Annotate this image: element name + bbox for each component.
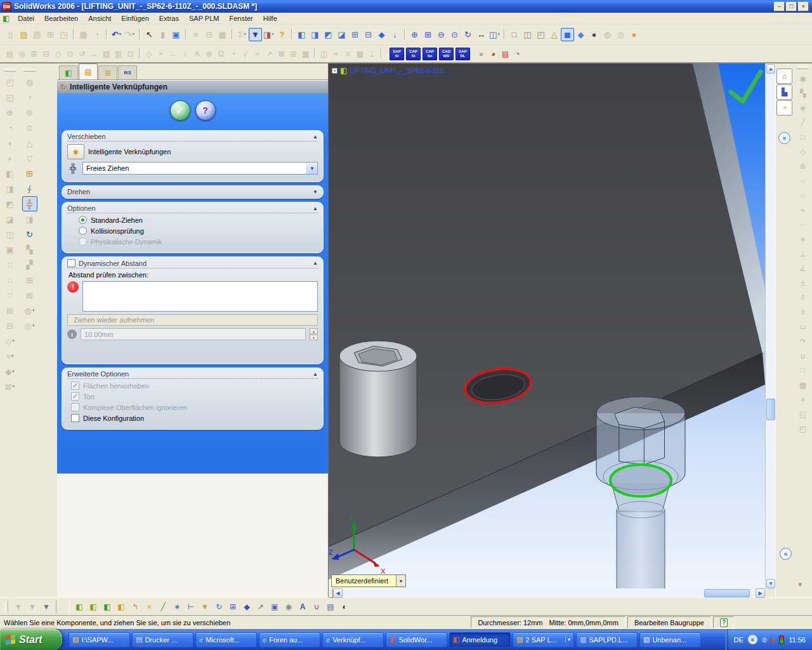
toolbar-icon[interactable]: ⊞ (3, 303, 18, 318)
exploded-view-icon[interactable]: ◍ (22, 74, 37, 90)
filter-clear-icon[interactable]: ▼ (25, 600, 39, 613)
make-assembly-icon[interactable]: ◳ (57, 28, 70, 41)
menu-item[interactable]: Einfügen (116, 14, 154, 23)
new-icon[interactable]: ▯ (4, 28, 17, 41)
toolbar-icon[interactable]: ◪ (3, 211, 18, 227)
taskbar-task-button[interactable]: e Verknüpf... (322, 632, 384, 647)
taskpane-reports-tab[interactable]: ▙ (776, 84, 792, 100)
selection-filter-icon[interactable]: ▼ (249, 28, 262, 41)
scroll-down-icon[interactable]: ▼ (766, 579, 775, 588)
tray-app-icon[interactable]: ◆ (770, 636, 775, 643)
taskbar-task-button[interactable]: ▨ I:\SAPW... (69, 632, 130, 647)
toolbar-icon[interactable]: ∴ (3, 272, 18, 288)
radio-button[interactable] (79, 227, 87, 235)
toolbar-icon[interactable]: ◰ (3, 74, 18, 90)
measure-icon[interactable]: Σ (235, 28, 249, 41)
scroll-up-icon[interactable]: ▲ (766, 64, 775, 74)
toolbar-icon[interactable]: ◎ (22, 318, 37, 333)
rotate-view-icon[interactable]: ↻ (461, 28, 475, 41)
toolbar-icon[interactable]: ◫ (3, 227, 18, 242)
toolbar-icon[interactable]: ∪ (796, 348, 811, 363)
distance-spinner[interactable]: ▲▼ (310, 328, 318, 340)
filter-icon[interactable]: A (296, 600, 310, 613)
smart-mates-button[interactable]: ∗ (67, 144, 84, 159)
toolbar-icon[interactable]: ∗ (796, 232, 811, 246)
menu-item[interactable]: Datei (13, 14, 39, 23)
close-button[interactable]: × (798, 2, 809, 11)
normal-to-icon[interactable]: ↓ (388, 28, 402, 41)
section-view-icon[interactable]: △ (547, 28, 561, 41)
toolbar-icon[interactable]: ≈ (330, 48, 342, 60)
toolbar-icon[interactable]: A (191, 48, 203, 60)
toolbar-icon[interactable]: ∷ (796, 363, 811, 378)
menu-item[interactable]: Fenster (224, 14, 258, 23)
toolbar-icon[interactable]: ◇ (796, 144, 811, 159)
rotate-component-icon[interactable]: ↻ (22, 227, 37, 242)
toolbar-icon[interactable]: ▦ (299, 48, 311, 60)
toolbar-icon[interactable]: ⊞ (28, 48, 40, 60)
shaded-with-edges-icon[interactable]: ◼ (561, 28, 574, 41)
toolbar-icon[interactable]: Ω (215, 48, 227, 60)
ok-button[interactable]: ✓ (170, 100, 190, 121)
filter-off-icon[interactable]: ▼ (11, 600, 25, 613)
menu-item[interactable]: Bearbeiten (39, 14, 83, 23)
graphics-viewport[interactable]: Y X Z + ◧ LIFTING_UNIT_-_SP62-6-110... B… (329, 63, 765, 598)
toolbar-icon[interactable] (314, 48, 315, 58)
menu-item[interactable]: Ansicht (83, 14, 116, 23)
radio-button[interactable] (79, 216, 87, 224)
filter-icon[interactable]: ▼ (198, 600, 212, 613)
toolbar-icon[interactable]: ◍ (22, 303, 37, 318)
chevron-down-icon[interactable]: ▼ (396, 575, 405, 587)
toolbar-icon[interactable]: ◉ (796, 71, 811, 86)
toolbar-icon[interactable]: ▧ (100, 48, 112, 60)
toolbar-icon[interactable]: ▦ (796, 378, 811, 392)
toolbar-icon[interactable] (381, 48, 382, 58)
grid-icon[interactable]: ⊟ (202, 28, 216, 41)
toolbar-icon[interactable]: ↔ (88, 48, 100, 60)
filter-icon[interactable]: ∗ (142, 600, 156, 613)
3d-view-icon[interactable]: ◫ (488, 28, 501, 41)
taskbar-task-button[interactable]: ◧ SolidWor... (386, 632, 447, 647)
toolbar-icon[interactable]: ◱ (3, 90, 18, 105)
cap-start-button[interactable]: CAPSt (406, 48, 421, 60)
pan-icon[interactable]: ↔ (475, 28, 488, 41)
taskbar-task-button[interactable]: ▧ Unbenan... (639, 632, 701, 647)
minimize-button[interactable]: – (774, 2, 785, 11)
toolbar-icon[interactable]: ◇ (3, 333, 18, 348)
view-isometric-icon[interactable]: ◆ (375, 28, 388, 41)
toolbar-icon[interactable]: ⊙ (22, 120, 37, 135)
sap-user-icon[interactable]: ◔ (511, 48, 523, 60)
toolbar-icon[interactable]: ⊕ (3, 105, 18, 120)
group-header[interactable]: Optionen ▲ (67, 204, 318, 213)
group-header[interactable]: Dynamischer Abstand ▲ (67, 259, 318, 269)
toolbar-icon[interactable]: ◔ (3, 120, 18, 135)
radio-button[interactable] (79, 237, 87, 246)
filter-vertices-icon[interactable]: ◧ (72, 600, 86, 613)
toolbar-icon[interactable]: ▣ (3, 242, 18, 257)
toolbar-icon[interactable]: ◔ (227, 48, 239, 60)
toolbar-icon[interactable]: ◊ (796, 290, 811, 305)
menu-item[interactable]: Hilfe (258, 14, 282, 23)
toolbar-icon[interactable]: ∩ (796, 188, 811, 202)
quick-tips-cell[interactable]: ? (713, 616, 735, 628)
toolbar-icon[interactable]: ⊕ (796, 159, 811, 173)
zoom-area-icon[interactable]: ⊞ (421, 28, 435, 41)
print-icon[interactable]: ▦ (77, 28, 90, 41)
filter-toggle-icon[interactable]: ▼ (39, 600, 53, 613)
toolbar-icon[interactable]: ⋯ (796, 217, 811, 232)
toolbar-icon[interactable]: ∷ (3, 257, 18, 272)
curvature-icon[interactable]: ◎ (614, 28, 627, 41)
help-button[interactable]: ? (195, 100, 216, 121)
toolbar-icon[interactable]: ▚ (796, 86, 811, 100)
view-right-icon[interactable]: ◪ (335, 28, 348, 41)
move-component-icon[interactable]: ╬ (22, 196, 37, 211)
vertical-scrollbar[interactable]: ▲ ▼ (765, 63, 775, 598)
toolbar-icon[interactable] (106, 29, 107, 39)
filter-icon[interactable]: ↗ (254, 600, 268, 613)
hide-component-icon[interactable]: ◨ (22, 211, 37, 227)
filter-icon[interactable]: ∗ (170, 600, 184, 613)
toolbar-icon[interactable] (232, 29, 233, 39)
filter-icon[interactable]: ⊞ (226, 600, 240, 613)
assembly-scene[interactable]: Y X Z (329, 63, 765, 588)
wireframe-icon[interactable]: □ (508, 28, 521, 41)
